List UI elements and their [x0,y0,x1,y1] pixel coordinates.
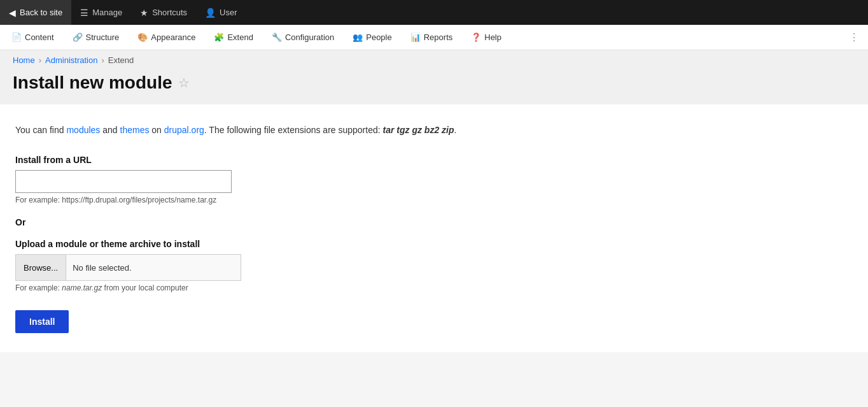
extend-icon: 🧩 [214,32,224,42]
url-field-group: Install from a URL For example: https://… [15,155,853,204]
nav-reports-label: Reports [424,32,453,42]
help-icon: ❓ [471,32,481,42]
nav-extend[interactable]: 🧩 Extend [205,25,262,50]
nav-people-label: People [366,32,391,42]
url-example-text: For example: https://ftp.drupal.org/file… [15,196,853,204]
url-field-label: Install from a URL [15,155,853,165]
breadcrumb-sep-2: › [101,55,104,65]
manage-icon: ☰ [80,8,88,18]
nav-structure[interactable]: 🔗 Structure [64,25,129,50]
nav-structure-label: Structure [86,32,120,42]
drupal-link[interactable]: drupal.org [164,125,204,135]
breadcrumb-home[interactable]: Home [13,55,35,65]
nav-appearance[interactable]: 🎨 Appearance [129,25,205,50]
admin-bar: ◀ Back to site ☰ Manage ★ Shortcuts 👤 Us… [0,0,868,25]
back-icon: ◀ [9,8,16,18]
intro-paragraph: You can find modules and themes on drupa… [15,124,853,137]
back-to-site-label: Back to site [20,8,62,17]
upload-example-text: For example: name.tar.gz from your local… [15,283,853,292]
no-file-text: No file selected. [66,263,132,273]
nav-content-label: Content [25,32,54,42]
nav-configuration[interactable]: 🔧 Configuration [263,25,344,50]
page-wrapper: Home › Administration › Extend Install n… [0,50,868,407]
main-content: You can find modules and themes on drupa… [0,104,868,352]
structure-icon: 🔗 [73,32,83,42]
page-title-area: Install new module ☆ [0,70,868,104]
browse-button[interactable]: Browse... [16,255,66,280]
intro-and-text: and [100,125,120,135]
page-title: Install new module [13,73,172,93]
nav-extend-label: Extend [227,32,253,42]
nav-configuration-label: Configuration [285,32,334,42]
bookmark-icon[interactable]: ☆ [178,75,190,90]
shortcuts-icon: ★ [140,8,148,18]
modules-link[interactable]: modules [66,125,100,135]
shortcuts-link[interactable]: ★ Shortcuts [131,0,196,25]
extensions-text: tar tgz gz bz2 zip [383,125,454,135]
or-divider: Or [15,217,853,227]
breadcrumb-administration[interactable]: Administration [45,55,97,65]
nav-help-label: Help [484,32,501,42]
reports-icon: 📊 [410,32,421,42]
breadcrumb-sep-1: › [39,55,41,65]
manage-link[interactable]: ☰ Manage [71,0,131,25]
secondary-nav: 📄 Content 🔗 Structure 🎨 Appearance 🧩 Ext… [0,25,868,50]
file-upload-area: Browse... No file selected. [15,254,241,281]
url-input[interactable] [15,170,232,193]
upload-field-group: Upload a module or theme archive to inst… [15,239,853,292]
intro-pre-text: You can find [15,125,66,135]
content-icon: 📄 [11,32,22,42]
breadcrumb-current: Extend [108,55,134,65]
nav-help[interactable]: ❓ Help [462,25,511,50]
people-icon: 👥 [353,32,363,42]
nav-people[interactable]: 👥 People [344,25,401,50]
back-to-site-link[interactable]: ◀ Back to site [0,0,71,25]
user-link[interactable]: 👤 User [196,0,246,25]
manage-label: Manage [92,8,122,17]
user-icon: 👤 [205,8,216,18]
appearance-icon: 🎨 [137,32,148,42]
shortcuts-label: Shortcuts [152,8,187,17]
nav-appearance-label: Appearance [151,32,195,42]
intro-on-text: on [149,125,164,135]
intro-post-text: . The following file extensions are supp… [204,125,383,135]
nav-content[interactable]: 📄 Content [3,25,64,50]
upload-field-label: Upload a module or theme archive to inst… [15,239,853,249]
period: . [454,125,457,135]
nav-separator: ⋮ [843,31,865,43]
themes-link[interactable]: themes [120,125,150,135]
breadcrumb: Home › Administration › Extend [0,50,868,70]
nav-reports[interactable]: 📊 Reports [402,25,463,50]
configuration-icon: 🔧 [272,32,282,42]
upload-example-file: name.tar.gz [62,283,102,292]
install-button[interactable]: Install [15,310,69,333]
user-label: User [220,8,237,17]
